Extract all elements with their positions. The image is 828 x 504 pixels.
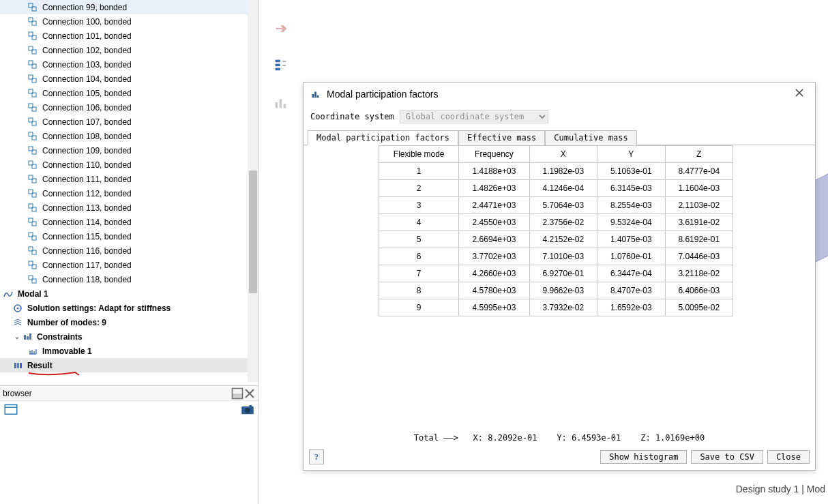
tree-connection-item[interactable]: Connection 112, bonded xyxy=(0,186,258,201)
table-row[interactable]: 52.6694e+034.2152e-021.4075e-038.6192e-0… xyxy=(379,231,733,248)
connection-icon xyxy=(27,246,38,256)
connection-icon xyxy=(27,16,38,27)
tab-cumulative-mass[interactable]: Cumulative mass xyxy=(545,130,636,145)
table-row[interactable]: 74.2660e+036.9270e-016.3447e-043.2118e-0… xyxy=(379,265,733,282)
tree-connection-item[interactable]: Connection 102, bonded xyxy=(0,43,258,57)
table-cell: 7.1010e-03 xyxy=(529,248,597,265)
table-row[interactable]: 94.5995e+033.7932e-021.6592e-035.0095e-0… xyxy=(379,299,733,316)
collapse-caret-icon[interactable]: ⌄ xyxy=(12,333,22,340)
tree-connection-item[interactable]: Connection 107, bonded xyxy=(0,115,258,129)
tree-scrollbar[interactable] xyxy=(248,0,258,382)
tree-connection-item[interactable]: Connection 100, bonded xyxy=(0,14,258,29)
tree-item-label: Connection 116, bonded xyxy=(42,246,132,256)
table-cell: 1.4075e-03 xyxy=(597,231,665,248)
table-cell: 6.3447e-04 xyxy=(597,265,665,282)
save-csv-button[interactable]: Save to CSV xyxy=(691,450,763,464)
connection-icon xyxy=(27,188,38,199)
tree-connection-item[interactable]: Connection 111, bonded xyxy=(0,172,258,186)
coord-label: Coordinate system xyxy=(310,112,394,121)
tree-item-label: Connection 109, bonded xyxy=(42,146,132,155)
table-row[interactable]: 32.4471e+035.7064e-038.2554e-032.1103e-0… xyxy=(379,197,733,214)
table-cell: 9 xyxy=(379,299,459,316)
tree-connection-item[interactable]: Connection 105, bonded xyxy=(0,86,258,100)
dialog-close-icon[interactable] xyxy=(790,88,808,100)
tree-scrollbar-thumb[interactable] xyxy=(249,171,257,293)
total-y: Y: 6.4593e-01 xyxy=(557,433,621,443)
tree-connection-item[interactable]: Connection 118, bonded xyxy=(0,272,258,286)
table-cell: 8 xyxy=(379,282,459,299)
tree-item-label: Connection 100, bonded xyxy=(42,17,132,27)
table-cell: 1.1982e-03 xyxy=(529,163,597,180)
connection-icon xyxy=(27,59,38,70)
table-row[interactable]: 11.4188e+031.1982e-035.1063e-018.4777e-0… xyxy=(379,163,733,180)
tree-connection-item[interactable]: Connection 110, bonded xyxy=(0,158,258,172)
table-row[interactable]: 63.7702e+037.1010e-031.0760e-017.0446e-0… xyxy=(379,248,733,265)
window-icon[interactable] xyxy=(4,403,18,417)
close-panel-icon[interactable] xyxy=(243,387,256,400)
tree-connection-item[interactable]: Connection 116, bonded xyxy=(0,243,258,258)
coord-system-select[interactable]: Global coordinate system xyxy=(400,110,548,123)
tree-item-label: Connection 105, bonded xyxy=(42,89,132,98)
table-cell: 6.3145e-03 xyxy=(597,180,665,197)
tree-connection-item[interactable]: Connection 117, bonded xyxy=(0,258,258,272)
svg-rect-55 xyxy=(276,102,278,108)
table-cell: 4.5995e+03 xyxy=(459,299,529,316)
tree-connection-item[interactable]: Connection 113, bonded xyxy=(0,201,258,215)
close-button[interactable]: Close xyxy=(767,450,810,464)
svg-rect-44 xyxy=(20,363,22,368)
bars-chart-icon xyxy=(310,89,321,100)
tree-item-label: Connection 118, bonded xyxy=(42,275,132,284)
help-button[interactable]: ? xyxy=(309,449,324,464)
stack-settings-icon[interactable] xyxy=(273,57,289,74)
tree-connection-item[interactable]: Connection 109, bonded xyxy=(0,143,258,158)
tree-connection-item[interactable]: Connection 99, bonded xyxy=(0,0,258,14)
tree-item-label: Connection 114, bonded xyxy=(42,218,132,227)
svg-rect-54 xyxy=(276,68,280,71)
connection-icon xyxy=(27,2,38,13)
tree-item-label: Connection 111, bonded xyxy=(42,175,132,184)
table-row[interactable]: 21.4826e+034.1246e-046.3145e-031.1604e-0… xyxy=(379,180,733,197)
svg-rect-53 xyxy=(276,64,280,67)
right-toolstrip xyxy=(273,20,293,110)
connection-icon xyxy=(27,174,38,185)
browser-panel: browser xyxy=(0,385,259,504)
table-cell: 5.1063e-01 xyxy=(597,163,665,180)
totals-row: Total ——> X: 8.2092e-01 Y: 6.4593e-01 Z:… xyxy=(304,430,815,448)
tree-result[interactable]: Result xyxy=(0,358,258,372)
svg-rect-42 xyxy=(14,363,16,368)
tree-num-modes[interactable]: Number of modes: 9 xyxy=(0,315,258,329)
tree-immovable[interactable]: Immovable 1 xyxy=(0,344,258,358)
tree-modal[interactable]: Modal 1 xyxy=(0,286,258,301)
tree-item-label: Result xyxy=(27,361,53,370)
table-cell: 6.9270e-01 xyxy=(529,265,597,282)
tab-effective-mass[interactable]: Effective mass xyxy=(458,130,545,145)
camera-icon[interactable] xyxy=(241,403,254,417)
modal-participation-dialog: Modal participation factors Coordinate s… xyxy=(303,82,816,471)
bars-icon[interactable] xyxy=(273,94,289,110)
connection-icon xyxy=(27,74,38,85)
tree-connection-item[interactable]: Connection 104, bonded xyxy=(0,72,258,86)
connection-icon xyxy=(27,217,38,228)
tree-connection-item[interactable]: Connection 103, bonded xyxy=(0,57,258,72)
connection-icon xyxy=(27,274,38,285)
expand-arrows-icon[interactable] xyxy=(273,20,289,37)
connection-icon xyxy=(27,117,38,128)
tree-connection-item[interactable]: Connection 115, bonded xyxy=(0,229,258,243)
tab-modal-participation[interactable]: Modal participation factors xyxy=(308,130,458,145)
table-cell: 1.1604e-03 xyxy=(665,180,733,197)
show-histogram-button[interactable]: Show histogram xyxy=(600,450,687,464)
tree-connection-item[interactable]: Connection 114, bonded xyxy=(0,215,258,229)
tree-solution-settings[interactable]: Solution settings: Adapt for stiffness xyxy=(0,301,258,315)
table-row[interactable]: 84.5780e+039.9662e-038.4707e-036.4066e-0… xyxy=(379,282,733,299)
table-cell: 1.0760e-01 xyxy=(597,248,665,265)
tree-connection-item[interactable]: Connection 108, bonded xyxy=(0,129,258,143)
dock-icon[interactable] xyxy=(231,387,243,400)
tree-item-label: Connection 110, bonded xyxy=(42,160,132,170)
results-table: Flexible modeFrequencyXYZ 11.4188e+031.1… xyxy=(379,145,733,316)
tree-constraints[interactable]: ⌄Constraints xyxy=(0,329,258,344)
table-cell: 2.6694e+03 xyxy=(459,231,529,248)
connection-icon xyxy=(27,88,38,99)
tree-connection-item[interactable]: Connection 101, bonded xyxy=(0,29,258,43)
table-row[interactable]: 42.4550e+032.3756e-029.5324e-043.6191e-0… xyxy=(379,214,733,231)
tree-connection-item[interactable]: Connection 106, bonded xyxy=(0,100,258,115)
